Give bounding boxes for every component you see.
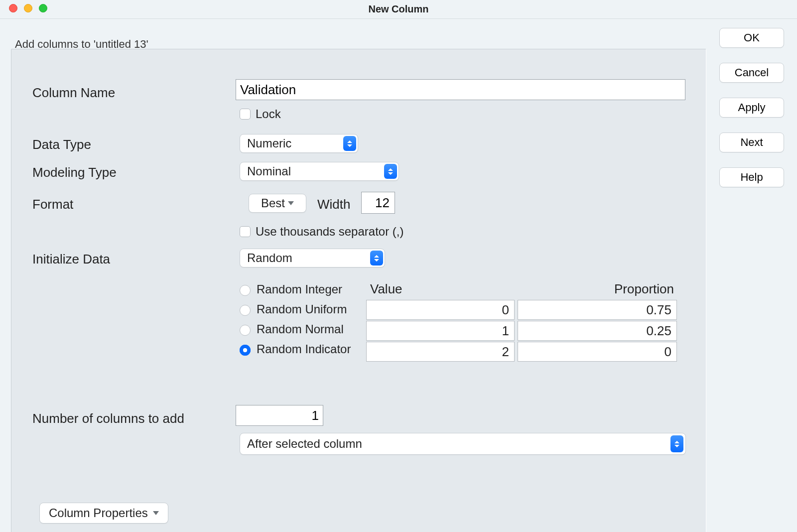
window-title: New Column <box>368 3 428 15</box>
column-position-value: After selected column <box>247 437 362 451</box>
cancel-button[interactable]: Cancel <box>719 63 784 83</box>
chevrons-icon <box>370 251 383 266</box>
thousands-label: Use thousands separator (,) <box>256 225 403 239</box>
initialize-data-value: Random <box>247 251 292 265</box>
format-label: Format <box>32 197 222 212</box>
initialize-data-label: Initialize Data <box>32 252 222 267</box>
lock-label: Lock <box>256 107 281 121</box>
data-type-label: Data Type <box>32 137 222 152</box>
chevrons-icon <box>343 136 356 151</box>
column-position-select[interactable]: After selected column <box>240 433 686 455</box>
width-input[interactable] <box>361 192 395 214</box>
value-column-header: Value <box>366 281 515 300</box>
chevron-down-icon <box>288 201 294 205</box>
num-columns-input[interactable] <box>236 405 323 426</box>
minimize-window-icon[interactable] <box>24 4 32 12</box>
next-button[interactable]: Next <box>719 133 784 152</box>
lock-checkbox[interactable] <box>240 109 251 120</box>
random-integer-radio[interactable]: Random Integer <box>240 282 351 296</box>
value-cell[interactable]: 2 <box>366 342 515 362</box>
format-select[interactable]: Best <box>249 194 306 213</box>
random-normal-label: Random Normal <box>257 322 344 336</box>
window-titlebar: New Column <box>0 0 797 19</box>
column-properties-label: Column Properties <box>49 506 148 520</box>
column-properties-button[interactable]: Column Properties <box>39 503 168 524</box>
width-label: Width <box>317 197 350 212</box>
column-name-label: Column Name <box>32 85 222 101</box>
proportion-column-header: Proportion <box>519 281 678 300</box>
close-window-icon[interactable] <box>9 4 17 12</box>
main-panel: Column Name Lock Data Type Numeric Model… <box>11 49 706 532</box>
chevrons-icon <box>670 435 683 452</box>
table-row: 1 0.25 <box>366 321 678 341</box>
right-button-rail: OK Cancel Apply Next Help <box>719 28 784 187</box>
random-type-radio-group: Random Integer Random Uniform Random Nor… <box>240 282 351 356</box>
proportion-cell[interactable]: 0 <box>518 342 677 362</box>
chevrons-icon <box>384 164 397 179</box>
chevron-down-icon <box>153 511 159 515</box>
modeling-type-label: Modeling Type <box>32 165 222 180</box>
window-controls <box>9 4 47 12</box>
table-row: 0 0.75 <box>366 300 678 320</box>
column-name-input[interactable] <box>236 79 685 100</box>
proportion-cell[interactable]: 0.75 <box>518 300 677 320</box>
table-row: 2 0 <box>366 342 678 362</box>
modeling-type-select[interactable]: Nominal <box>240 162 399 181</box>
modeling-type-value: Nominal <box>247 164 291 178</box>
format-value: Best <box>261 196 285 210</box>
random-uniform-radio[interactable]: Random Uniform <box>240 302 351 316</box>
random-indicator-label: Random Indicator <box>257 342 351 356</box>
random-indicator-radio[interactable]: Random Indicator <box>240 342 351 356</box>
maximize-window-icon[interactable] <box>39 4 47 12</box>
thousands-checkbox[interactable] <box>240 226 251 237</box>
apply-button[interactable]: Apply <box>719 98 784 118</box>
data-type-select[interactable]: Numeric <box>240 134 358 153</box>
num-columns-label: Number of columns to add <box>32 411 232 426</box>
random-uniform-label: Random Uniform <box>257 302 347 316</box>
value-cell[interactable]: 0 <box>366 300 515 320</box>
data-type-value: Numeric <box>247 136 291 150</box>
value-proportion-table: Value Proportion 0 0.75 1 0.25 2 0 <box>366 281 678 362</box>
thousands-row: Use thousands separator (,) <box>240 225 403 239</box>
help-button[interactable]: Help <box>719 167 784 187</box>
proportion-cell[interactable]: 0.25 <box>518 321 677 341</box>
random-normal-radio[interactable]: Random Normal <box>240 322 351 336</box>
random-integer-label: Random Integer <box>257 282 342 296</box>
initialize-data-select[interactable]: Random <box>240 249 385 267</box>
value-cell[interactable]: 1 <box>366 321 515 341</box>
lock-row: Lock <box>240 107 281 121</box>
ok-button[interactable]: OK <box>719 28 784 48</box>
